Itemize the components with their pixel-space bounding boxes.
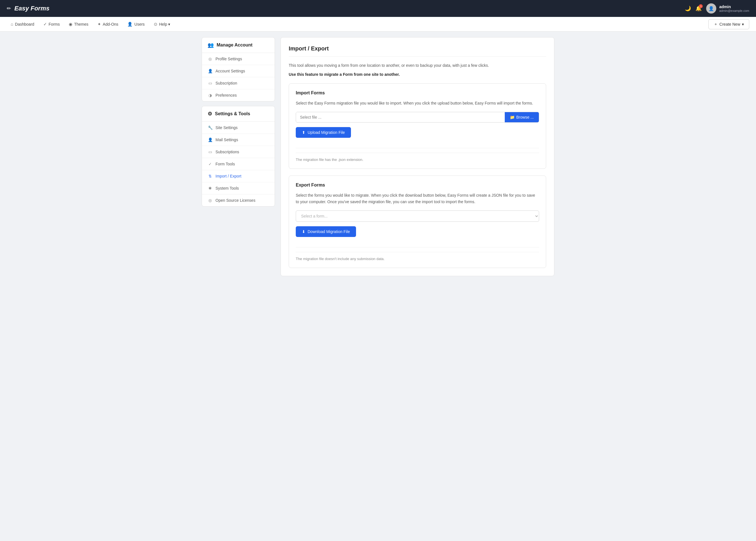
create-new-button[interactable]: ＋ Create New ▾ — [708, 19, 749, 29]
content-card: Import / Export This tool allows you mov… — [280, 37, 554, 276]
download-label: Download Migration File — [308, 230, 350, 234]
addons-icon: ✦ — [98, 22, 101, 27]
import-export-icon: ⇅ — [207, 174, 213, 178]
nav-forms[interactable]: ✓ Forms — [39, 19, 64, 29]
form-tools-icon: ✓ — [207, 162, 213, 166]
export-forms-section: Export Forms Select the forms you would … — [289, 176, 546, 268]
sidebar-open-source-label: Open Source Licenses — [215, 198, 255, 203]
manage-account-header: 👥 Manage Account — [202, 37, 275, 53]
user-menu[interactable]: 👤 admin admin@example.com — [706, 3, 749, 14]
sidebar-item-profile-settings[interactable]: ◎ Profile Settings — [202, 53, 275, 65]
settings-tools-icon: ⚙ — [207, 111, 212, 117]
preferences-icon: ◑ — [207, 93, 213, 98]
forms-icon: ✓ — [43, 22, 47, 27]
nav-dashboard[interactable]: ⌂ Dashboard — [7, 19, 38, 29]
file-input-row: 📁 Browse ... — [296, 112, 539, 123]
nav-items: ⌂ Dashboard ✓ Forms ◉ Themes ✦ Add-Ons 👤… — [7, 19, 174, 29]
topbar: ✏ Easy Forms 🌙 🔔 1 👤 admin admin@example… — [0, 0, 756, 17]
settings-tools-label: Settings & Tools — [215, 111, 250, 116]
content-area: Import / Export This tool allows you mov… — [280, 37, 554, 276]
sidebar-mail-settings-label: Mail Settings — [215, 138, 238, 142]
manage-account-label: Manage Account — [216, 43, 252, 48]
manage-account-icon: 👥 — [207, 42, 214, 48]
nav-addons-label: Add-Ons — [103, 22, 118, 27]
sidebar-import-export-label: Import / Export — [215, 174, 241, 178]
nav-themes[interactable]: ◉ Themes — [65, 19, 92, 29]
sidebar-item-subscription[interactable]: ▭ Subscription — [202, 77, 275, 89]
sidebar-item-open-source[interactable]: ◎ Open Source Licenses — [202, 195, 275, 206]
sidebar-system-tools-label: System Tools — [215, 186, 239, 191]
user-info: admin admin@example.com — [719, 5, 749, 12]
import-note: The migration file has the .json extensi… — [296, 153, 539, 162]
upload-icon: ⬆ — [302, 130, 305, 135]
sidebar-site-settings-label: Site Settings — [215, 125, 238, 130]
sidebar-subscriptions-label: Subscriptions — [215, 150, 239, 154]
sidebar-profile-label: Profile Settings — [215, 57, 242, 61]
avatar: 👤 — [706, 3, 716, 14]
settings-tools-section: ⚙ Settings & Tools 🔧 Site Settings 👤 Mai… — [202, 106, 275, 207]
content-description: This tool allows you moving a form from … — [289, 62, 546, 69]
nav-dashboard-label: Dashboard — [15, 22, 34, 27]
site-settings-icon: 🔧 — [207, 125, 213, 130]
page-title: Import / Export — [289, 45, 546, 57]
import-section-description: Select the Easy Forms migration file you… — [296, 100, 539, 106]
file-input[interactable] — [296, 112, 505, 122]
upload-migration-button[interactable]: ⬆ Upload Migration File — [296, 127, 351, 138]
nav-addons[interactable]: ✦ Add-Ons — [94, 19, 122, 29]
nav-forms-label: Forms — [49, 22, 60, 27]
theme-toggle-icon[interactable]: 🌙 — [685, 5, 691, 12]
users-icon: 👤 — [127, 22, 133, 27]
subscription-icon: ▭ — [207, 81, 213, 85]
nav-users-label: Users — [134, 22, 145, 27]
sidebar-account-label: Account Settings — [215, 69, 245, 73]
sidebar-item-site-settings[interactable]: 🔧 Site Settings — [202, 122, 275, 134]
sidebar-item-subscriptions[interactable]: ▭ Subscriptions — [202, 146, 275, 158]
create-new-label: Create New — [719, 22, 740, 27]
sidebar-item-import-export[interactable]: ⇅ Import / Export — [202, 170, 275, 182]
profile-icon: ◎ — [207, 57, 213, 61]
form-select[interactable]: Select a form... — [296, 211, 539, 222]
nav-help[interactable]: ⊙ Help ▾ — [150, 19, 175, 29]
download-migration-button[interactable]: ⬇ Download Migration File — [296, 226, 356, 237]
sidebar-item-preferences[interactable]: ◑ Preferences — [202, 89, 275, 101]
export-section-title: Export Forms — [296, 183, 539, 188]
sidebar-preferences-label: Preferences — [215, 93, 236, 98]
notifications-button[interactable]: 🔔 1 — [695, 5, 702, 12]
sidebar-item-mail-settings[interactable]: 👤 Mail Settings — [202, 134, 275, 146]
sidebar-subscription-label: Subscription — [215, 81, 237, 85]
settings-tools-header: ⚙ Settings & Tools — [202, 106, 275, 122]
logo-area: ✏ Easy Forms — [7, 5, 50, 12]
dashboard-icon: ⌂ — [11, 22, 13, 27]
sidebar-item-account-settings[interactable]: 👤 Account Settings — [202, 65, 275, 77]
user-name: admin — [719, 5, 749, 9]
export-divider — [296, 247, 539, 248]
download-icon: ⬇ — [302, 230, 305, 234]
themes-icon: ◉ — [69, 22, 72, 27]
logo-text: Easy Forms — [14, 5, 50, 12]
export-section-description: Select the forms you would like to migra… — [296, 192, 539, 205]
subscriptions-icon: ▭ — [207, 150, 213, 154]
export-note: The migration file doesn't include any s… — [296, 252, 539, 261]
nav-users[interactable]: 👤 Users — [123, 19, 149, 29]
topbar-right: 🌙 🔔 1 👤 admin admin@example.com — [685, 3, 749, 14]
sidebar: 👥 Manage Account ◎ Profile Settings 👤 Ac… — [202, 37, 275, 276]
secondary-navbar: ⌂ Dashboard ✓ Forms ◉ Themes ✦ Add-Ons 👤… — [0, 17, 756, 32]
system-tools-icon: ✱ — [207, 186, 213, 191]
logo-icon: ✏ — [7, 5, 11, 12]
account-icon: 👤 — [207, 69, 213, 73]
sidebar-item-form-tools[interactable]: ✓ Form Tools — [202, 158, 275, 170]
import-forms-section: Import Forms Select the Easy Forms migra… — [289, 83, 546, 169]
import-divider — [296, 148, 539, 148]
sidebar-item-system-tools[interactable]: ✱ System Tools — [202, 182, 275, 195]
folder-icon: 📁 — [510, 115, 515, 120]
import-section-title: Import Forms — [296, 91, 539, 96]
nav-help-label: Help ▾ — [159, 22, 171, 27]
browse-button[interactable]: 📁 Browse ... — [505, 112, 539, 122]
upload-label: Upload Migration File — [308, 130, 345, 135]
plus-icon: ＋ — [714, 22, 718, 27]
chevron-down-icon: ▾ — [742, 22, 744, 27]
manage-account-section: 👥 Manage Account ◎ Profile Settings 👤 Ac… — [202, 37, 275, 101]
sidebar-form-tools-label: Form Tools — [215, 162, 235, 166]
open-source-icon: ◎ — [207, 198, 213, 203]
content-description-bold: Use this feature to migrate a Form from … — [289, 71, 546, 78]
